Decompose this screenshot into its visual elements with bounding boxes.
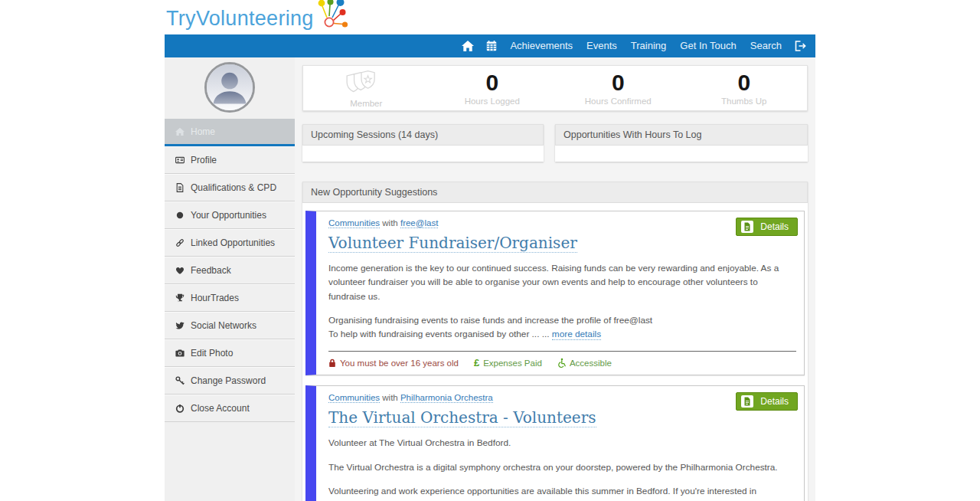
stat-hours-confirmed: 0Hours Confirmed xyxy=(555,71,681,106)
sidebar-item-your-opportunities[interactable]: Your Opportunities xyxy=(165,201,295,229)
sidebar-item-hourtrades[interactable]: HourTrades xyxy=(165,284,295,312)
sidebar-item-label: Profile xyxy=(191,155,217,165)
details-file-icon xyxy=(741,221,753,233)
title-row: The Virtual Orchestra - Volunteers xyxy=(328,408,796,436)
tag-accessible: Accessible xyxy=(557,358,612,368)
tag-expenses-paid: £Expenses Paid xyxy=(474,359,542,368)
avatar[interactable] xyxy=(204,62,255,113)
sidebar-item-profile[interactable]: Profile xyxy=(165,146,295,174)
hours-to-log-panel: Opportunities With Hours To Log xyxy=(555,124,808,162)
stat-value: 0 xyxy=(430,71,556,94)
sidebar-item-label: Social Networks xyxy=(191,320,256,331)
upcoming-sessions-title: Upcoming Sessions (14 days) xyxy=(302,124,544,146)
stat-value: 0 xyxy=(555,71,681,94)
sidebar-item-label: Edit Photo xyxy=(191,348,233,359)
nav-link-training[interactable]: Training xyxy=(624,34,673,57)
nav-link-search[interactable]: Search xyxy=(743,34,789,57)
trophy-icon xyxy=(175,293,185,303)
opportunity-description: Volunteer at The Virtual Orchestra in Be… xyxy=(328,436,796,450)
opportunity-meta: Communities with Philharmonia Orchestra xyxy=(328,393,796,402)
tag-label: You must be over 16 years old xyxy=(340,359,459,368)
twitter-icon xyxy=(175,321,185,331)
stat-label: Thumbs Up xyxy=(681,97,808,106)
sidebar-item-label: Close Account xyxy=(191,403,250,414)
details-button[interactable]: Details xyxy=(736,218,798,236)
suggestions-panel: New Opportunity Suggestions Communities … xyxy=(302,182,808,501)
avatar-wrap xyxy=(165,57,295,119)
calendar-icon[interactable] xyxy=(480,41,503,51)
tag-label: Accessible xyxy=(570,359,612,368)
nav-link-get-in-touch[interactable]: Get In Touch xyxy=(673,34,743,57)
sidebar-item-label: Your Opportunities xyxy=(191,210,266,221)
opportunity-title[interactable]: Volunteer Fundraiser/Organiser xyxy=(328,234,577,253)
sidebar-item-linked-opportunities[interactable]: Linked Opportunities xyxy=(165,229,295,257)
upcoming-sessions-panel: Upcoming Sessions (14 days) xyxy=(302,124,544,162)
category-link[interactable]: Communities xyxy=(328,218,380,228)
organisation-link[interactable]: free@last xyxy=(400,218,438,228)
sidebar-item-label: Home xyxy=(191,126,215,137)
upcoming-sessions-body xyxy=(302,146,544,162)
suggestions-body: Communities with free@lastDetailsVolunte… xyxy=(302,203,808,501)
stat-label: Hours Logged xyxy=(430,97,556,106)
tag-you-must-be-over-16-years-old: You must be over 16 years old xyxy=(328,359,459,368)
sidebar-item-social-networks[interactable]: Social Networks xyxy=(165,312,295,339)
heart-icon xyxy=(175,266,185,276)
sidebar-item-label: HourTrades xyxy=(191,293,239,303)
details-label: Details xyxy=(760,396,789,407)
sidebar-menu: HomeProfileQualifications & CPDYour Oppo… xyxy=(165,119,295,422)
sidebar-item-label: Linked Opportunities xyxy=(191,237,275,248)
page: TryVolunteering xyxy=(165,0,815,501)
logo-bar: TryVolunteering xyxy=(165,0,815,34)
stat-label: Hours Confirmed xyxy=(555,97,681,106)
power-icon xyxy=(175,404,185,414)
more-details-link[interactable]: more details xyxy=(552,329,601,340)
sidebar-item-home[interactable]: Home xyxy=(165,119,295,146)
opportunity-description: Organising fundraising events to raise f… xyxy=(328,313,796,342)
hours-to-log-title: Opportunities With Hours To Log xyxy=(555,124,808,146)
stat-thumbs-up: 0Thumbs Up xyxy=(681,71,808,106)
details-label: Details xyxy=(760,221,789,232)
main-content: Member 0Hours Logged0Hours Confirmed0Thu… xyxy=(295,57,815,501)
title-row: Volunteer Fundraiser/Organiser xyxy=(328,233,796,261)
logo-text: TryVolunteering xyxy=(166,3,314,34)
panel-row: Upcoming Sessions (14 days) Opportunitie… xyxy=(302,124,808,162)
nav-link-events[interactable]: Events xyxy=(580,34,624,57)
member-label: Member xyxy=(303,99,430,108)
accessible-icon xyxy=(557,358,566,368)
nav-link-achievements[interactable]: Achievements xyxy=(503,34,580,57)
sidebar-item-qualifications-cpd[interactable]: Qualifications & CPD xyxy=(165,174,295,201)
sidebar-item-label: Change Password xyxy=(191,375,266,386)
sign-out-icon[interactable] xyxy=(789,41,812,51)
key-icon xyxy=(175,376,185,386)
member-badges-icon xyxy=(303,69,430,97)
link-icon xyxy=(175,238,185,248)
stat-value: 0 xyxy=(681,71,808,94)
navbar: AchievementsEventsTrainingGet In TouchSe… xyxy=(165,34,815,57)
layout: HomeProfileQualifications & CPDYour Oppo… xyxy=(165,57,815,501)
sidebar-item-close-account[interactable]: Close Account xyxy=(165,395,295,422)
suggestions-title: New Opportunity Suggestions xyxy=(302,182,808,203)
logo-burst-icon xyxy=(317,0,351,34)
lock-icon xyxy=(328,359,336,368)
sidebar-item-change-password[interactable]: Change Password xyxy=(165,367,295,395)
stats-panel: Member 0Hours Logged0Hours Confirmed0Thu… xyxy=(302,65,808,111)
sidebar-item-edit-photo[interactable]: Edit Photo xyxy=(165,339,295,367)
sidebar-item-label: Qualifications & CPD xyxy=(191,182,276,193)
category-link[interactable]: Communities xyxy=(328,393,380,403)
tag-label: Expenses Paid xyxy=(483,359,542,368)
opportunity-card: Communities with free@lastDetailsVolunte… xyxy=(305,211,805,375)
home-icon[interactable] xyxy=(456,41,480,51)
details-button[interactable]: Details xyxy=(736,392,798,411)
hours-to-log-body xyxy=(555,146,808,162)
camera-icon xyxy=(175,349,185,359)
opportunity-card: Communities with Philharmonia OrchestraD… xyxy=(305,385,805,501)
details-file-icon xyxy=(741,395,753,408)
organisation-link[interactable]: Philharmonia Orchestra xyxy=(400,393,493,403)
pound-icon: £ xyxy=(474,359,479,368)
sidebar-item-feedback[interactable]: Feedback xyxy=(165,257,295,284)
opportunity-title[interactable]: The Virtual Orchestra - Volunteers xyxy=(328,408,596,427)
meta-conjunction: with xyxy=(380,393,400,402)
opportunity-meta: Communities with free@last xyxy=(328,218,796,228)
navbar-links: AchievementsEventsTrainingGet In TouchSe… xyxy=(503,34,789,57)
opportunity-description: The Virtual Orchestra is a digital symph… xyxy=(328,460,796,474)
